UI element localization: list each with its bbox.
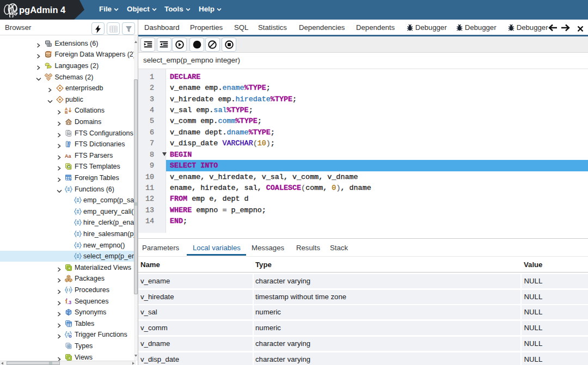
- svg-text:B: B: [65, 110, 68, 114]
- svg-text:.3: .3: [68, 299, 71, 305]
- svg-text:Aa: Aa: [65, 153, 71, 158]
